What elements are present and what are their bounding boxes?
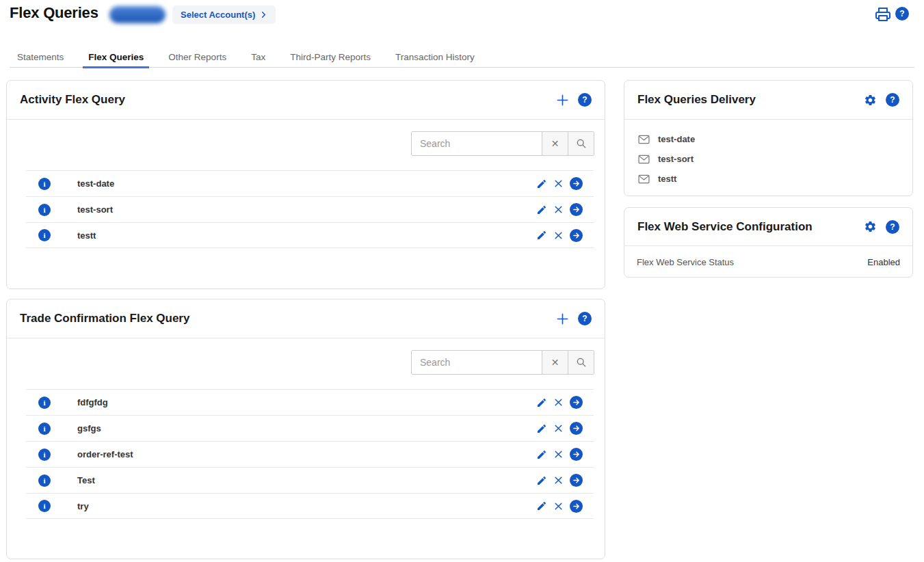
- tab-tax[interactable]: Tax: [246, 48, 271, 68]
- delete-x-icon[interactable]: [554, 179, 563, 188]
- run-arrow-icon[interactable]: [570, 500, 583, 513]
- status-label: Flex Web Service Status: [637, 257, 734, 267]
- tab-statements[interactable]: Statements: [12, 48, 69, 68]
- delivery-item: testt: [638, 169, 899, 189]
- query-name: testt: [77, 230, 96, 241]
- query-name: fdfgfdg: [77, 397, 108, 407]
- delete-x-icon[interactable]: [554, 231, 563, 240]
- search-icon[interactable]: [568, 351, 594, 374]
- search-box: ✕: [411, 350, 594, 375]
- search-input[interactable]: [412, 132, 542, 155]
- activity-flex-query-panel: Activity Flex Query ? ✕ i test-date: [6, 80, 605, 289]
- delete-x-icon[interactable]: [554, 398, 563, 407]
- panel-title: Flex Web Service Configuration: [637, 220, 813, 234]
- edit-pencil-icon[interactable]: [536, 230, 547, 241]
- info-icon[interactable]: i: [38, 397, 51, 409]
- query-row: i try: [26, 493, 594, 519]
- run-arrow-icon[interactable]: [570, 422, 583, 435]
- gear-icon[interactable]: [864, 94, 877, 107]
- delivery-item-label: test-date: [658, 134, 695, 144]
- edit-pencil-icon[interactable]: [536, 475, 547, 486]
- help-icon[interactable]: ?: [578, 312, 592, 325]
- run-arrow-icon[interactable]: [570, 448, 583, 461]
- run-arrow-icon[interactable]: [570, 177, 583, 190]
- help-icon[interactable]: ?: [886, 93, 899, 107]
- select-accounts-label: Select Account(s): [181, 10, 255, 20]
- query-name: try: [77, 501, 89, 511]
- run-arrow-icon[interactable]: [570, 229, 583, 242]
- envelope-icon: [638, 135, 650, 144]
- info-icon[interactable]: i: [38, 449, 51, 461]
- edit-pencil-icon[interactable]: [536, 178, 547, 189]
- flex-web-service-configuration-panel: Flex Web Service Configuration ? Flex We…: [624, 207, 913, 278]
- delivery-item: test-date: [638, 129, 899, 149]
- clear-x-icon[interactable]: ✕: [542, 351, 568, 374]
- info-icon[interactable]: i: [38, 178, 51, 190]
- select-accounts-button[interactable]: Select Account(s): [172, 5, 276, 24]
- help-icon[interactable]: ?: [578, 93, 592, 107]
- info-icon[interactable]: i: [38, 229, 51, 241]
- add-query-icon[interactable]: [556, 312, 569, 325]
- printer-icon[interactable]: [875, 6, 891, 23]
- help-icon[interactable]: ?: [895, 7, 909, 21]
- delivery-item: test-sort: [638, 149, 899, 169]
- search-box: ✕: [411, 131, 594, 156]
- tab-transaction-history[interactable]: Transaction History: [390, 48, 480, 68]
- web-service-status-row: Flex Web Service Status Enabled: [624, 246, 912, 278]
- query-row: i gsfgs: [26, 415, 594, 441]
- query-row: i fdfgfdg: [26, 389, 594, 415]
- search-input[interactable]: [412, 351, 542, 374]
- query-row: i Test: [26, 467, 594, 493]
- edit-pencil-icon[interactable]: [536, 500, 547, 511]
- panel-title: Flex Queries Delivery: [637, 93, 756, 107]
- query-row: i order-ref-test: [26, 441, 594, 467]
- tab-flex-queries[interactable]: Flex Queries: [83, 48, 149, 68]
- delivery-item-label: testt: [658, 174, 676, 184]
- trade-confirmation-flex-query-panel: Trade Confirmation Flex Query ? ✕ i fdfg…: [6, 299, 605, 559]
- delete-x-icon[interactable]: [554, 502, 563, 511]
- delete-x-icon[interactable]: [554, 476, 563, 485]
- delete-x-icon[interactable]: [554, 205, 563, 214]
- status-badge: Enabled: [867, 257, 900, 267]
- edit-pencil-icon[interactable]: [536, 449, 547, 460]
- run-arrow-icon[interactable]: [570, 396, 583, 409]
- delete-x-icon[interactable]: [554, 424, 563, 433]
- envelope-icon: [638, 155, 650, 164]
- tab-third-party-reports[interactable]: Third-Party Reports: [285, 48, 376, 68]
- info-icon[interactable]: i: [38, 204, 51, 216]
- clear-x-icon[interactable]: ✕: [542, 132, 568, 155]
- flex-queries-delivery-panel: Flex Queries Delivery ? test-date test-s…: [624, 80, 913, 196]
- panel-title: Trade Confirmation Flex Query: [20, 312, 189, 325]
- query-name: test-date: [77, 178, 114, 189]
- query-row: i testt: [26, 222, 594, 248]
- search-icon[interactable]: [568, 132, 594, 155]
- edit-pencil-icon[interactable]: [536, 204, 547, 215]
- query-row: i test-sort: [26, 196, 594, 222]
- delivery-item-label: test-sort: [658, 154, 694, 164]
- gear-icon[interactable]: [864, 220, 877, 233]
- info-icon[interactable]: i: [38, 474, 51, 487]
- report-tabs: Statements Flex Queries Other Reports Ta…: [10, 48, 914, 68]
- query-name: Test: [77, 475, 95, 485]
- add-query-icon[interactable]: [556, 94, 569, 107]
- query-name: gsfgs: [77, 423, 101, 433]
- info-icon[interactable]: i: [38, 500, 51, 512]
- query-name: test-sort: [77, 204, 113, 215]
- envelope-icon: [638, 174, 650, 184]
- tab-other-reports[interactable]: Other Reports: [163, 48, 232, 68]
- query-name: order-ref-test: [77, 449, 133, 459]
- chevron-right-icon: [260, 11, 267, 18]
- account-badge-redacted[interactable]: [109, 6, 166, 23]
- edit-pencil-icon[interactable]: [536, 423, 547, 434]
- query-row: i test-date: [26, 170, 594, 196]
- edit-pencil-icon[interactable]: [536, 397, 547, 408]
- delete-x-icon[interactable]: [554, 450, 563, 459]
- run-arrow-icon[interactable]: [570, 474, 583, 487]
- panel-title: Activity Flex Query: [20, 93, 125, 107]
- info-icon[interactable]: i: [38, 423, 51, 435]
- run-arrow-icon[interactable]: [570, 203, 583, 216]
- page-title: Flex Queries: [10, 4, 98, 22]
- help-icon[interactable]: ?: [886, 220, 899, 234]
